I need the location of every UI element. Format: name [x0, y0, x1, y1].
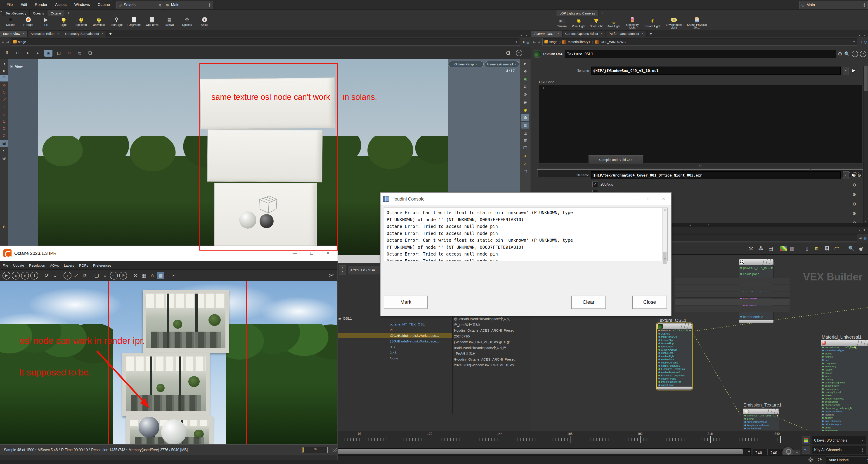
param-value[interactable]: @G:/BaiduNetdiskWorkspace... [390, 339, 439, 343]
node-param[interactable]: output_type [657, 383, 692, 386]
ipr-menu-item[interactable]: File [0, 263, 11, 267]
shape-palette-icon[interactable]: ▩ [787, 245, 797, 252]
menu-item[interactable]: Render [31, 0, 51, 9]
node-param[interactable]: coatingNormal [821, 391, 868, 394]
color-palette-icon[interactable] [780, 246, 786, 251]
auto-update-selector[interactable]: Auto Update▲▼ [826, 456, 868, 464]
node-param[interactable]: medium [821, 413, 868, 416]
ipr-render-image[interactable]: osl node can work in render ipr. It supp… [0, 281, 337, 444]
tab-performance-monitor[interactable]: Performance Monitor✕ [606, 30, 647, 37]
display-planes-icon[interactable]: ❖ [521, 68, 529, 75]
snap-point-icon[interactable]: Ω [0, 125, 8, 132]
path-dropdown-icon[interactable]: ▼ [515, 40, 518, 43]
pin-icon[interactable]: ⇥ [522, 40, 525, 44]
settings-box-icon[interactable]: ❏ [86, 50, 94, 57]
tree-view-icon[interactable]: 🖧 [756, 245, 765, 252]
filename-dropdown-icon[interactable]: ▼ [843, 67, 849, 75]
gear-icon[interactable]: ⚙ [852, 211, 856, 216]
headlight-off-icon[interactable]: ⊘ [521, 91, 529, 98]
background-image-icon[interactable]: 🗔 [521, 145, 529, 152]
console-log[interactable]: Octane Error: Can't write float to stati… [384, 208, 668, 261]
close-icon[interactable]: ✕ [642, 32, 644, 35]
home-icon[interactable]: ⌂ [149, 272, 156, 279]
menu-item[interactable]: Windows [70, 0, 94, 9]
tab-scene-view[interactable]: Scene View✕ [0, 30, 28, 37]
node-param[interactable]: enableFurniture1 [657, 364, 692, 367]
output-pin[interactable] [689, 330, 691, 331]
close-icon[interactable]: ✕ [22, 32, 25, 35]
node-param[interactable]: power [743, 417, 779, 420]
picker-tools-icon[interactable]: ✂ [329, 272, 334, 279]
compile-build-gui-button[interactable]: Compile and Build GUI [588, 155, 644, 164]
node-material-universal1[interactable]: transmissiontransmissionTypealbedometall… [821, 340, 868, 431]
shelf-tool-toonlight[interactable]: ⚲ToonLight [107, 17, 125, 26]
output-pin[interactable] [777, 415, 778, 416]
code-resize-handle[interactable]: ⣿⣿ [539, 164, 862, 168]
pane-menu-icon[interactable]: ▼ [863, 228, 866, 232]
lamp-icon[interactable]: ◭ [0, 223, 8, 230]
shelf-tab-octane[interactable]: Octane [47, 10, 64, 16]
denoise-icon[interactable]: ▩ [157, 272, 164, 279]
select-tool-icon[interactable]: ➤ [0, 67, 8, 74]
shelf-tab-test-geometry[interactable]: Test Geometry [2, 10, 30, 16]
sticky-note-icon[interactable]: 🗈 [812, 245, 822, 252]
pin-icon[interactable]: ⇥ [859, 236, 862, 240]
node-param[interactable]: zUpAxis [657, 332, 692, 335]
shelf-tab-lop-lights[interactable]: LOP Lights and Cameras [556, 10, 598, 16]
list-view-icon[interactable]: ▤ [766, 245, 775, 252]
node-param[interactable]: coatingIndex [821, 384, 868, 387]
zoom-region-icon[interactable]: ◫ [55, 50, 63, 57]
key-all-channels-field[interactable]: Key All Channels▲▼ [811, 446, 866, 454]
close-icon[interactable]: ✕ [661, 196, 665, 202]
node-param[interactable]: roughness [821, 362, 868, 365]
timeline-ruler[interactable] [337, 436, 782, 443]
node-param[interactable]: enableBack [657, 358, 692, 361]
ipr-menu-item[interactable]: Preferences [91, 263, 114, 267]
pane-maximize-icon[interactable]: ▪ [859, 228, 860, 232]
node-param[interactable]: coatingRoughness [821, 381, 868, 384]
console-scrollbar[interactable]: ∧ ∨ [662, 208, 668, 261]
forward-icon[interactable]: ➡ [6, 40, 9, 44]
gear-icon[interactable]: ⚙ [852, 201, 856, 207]
pause-icon[interactable]: ∥ [30, 271, 38, 280]
node-param[interactable]: refractionAlpha [821, 423, 868, 426]
ipr-menu-item[interactable]: ROPs [76, 263, 91, 267]
node-param[interactable]: Furniture1_DepthPos [657, 367, 692, 371]
node-param[interactable]: dispersionMode [821, 410, 868, 413]
expand-icon[interactable]: ▶ [521, 60, 529, 67]
skip-end-icon[interactable]: » [21, 271, 29, 280]
exr-filename-field[interactable]: $HIP/tex/Archmats04_Cover_001_Office_Nig… [591, 171, 841, 179]
contrast-icon[interactable]: ◐ [64, 271, 71, 280]
snapshot-frame-icon[interactable]: ▣ [521, 76, 529, 82]
shelf-tool-livedb[interactable]: ≣LiveDB [160, 17, 178, 26]
power-icon[interactable]: ◒ [52, 272, 59, 279]
shelf-tool-spectron[interactable]: SSpectron [72, 17, 90, 26]
close-icon[interactable]: ✕ [326, 251, 330, 256]
node-param[interactable]: enableRight [657, 355, 692, 358]
node-param[interactable]: index [821, 375, 868, 378]
breadcrumb[interactable]: stage❯ materiallibrary1❯ OSL_WINDOWS ▼ [542, 38, 857, 46]
node-emission-texture1[interactable]: efficiency_...powersurfaceBrightnesskeep… [743, 408, 779, 430]
shelf-tool-ipr[interactable]: ▶IPR [37, 17, 55, 26]
desktop-selector[interactable]: ⊞ Solaris ▲▼ [117, 1, 163, 9]
lop-tool-point-light[interactable]: ✺Point Light [570, 18, 587, 28]
tab-animation-editor[interactable]: Animation Editor✕ [28, 30, 62, 37]
split-layout-icon[interactable]: ▥ [521, 137, 529, 144]
gear-icon[interactable]: ⚙ [852, 182, 856, 187]
skip-start-icon[interactable]: « [12, 271, 20, 280]
zupaxis-checkbox[interactable]: ✓ [592, 181, 598, 187]
stow-grid-icon[interactable]: ⠿ [3, 50, 11, 57]
shelf-collapse-arrow[interactable]: ▲ [0, 10, 2, 30]
lop-tool-geometry-light[interactable]: Geometry Light [623, 17, 642, 29]
maximize-icon[interactable]: □ [647, 196, 650, 202]
close-icon[interactable]: ✕ [101, 32, 103, 35]
scene-lights-icon[interactable]: ◉ [521, 106, 529, 113]
help-icon[interactable]: ? [516, 50, 522, 56]
node-param[interactable]: colorSpace [739, 271, 774, 277]
node-param[interactable]: doubleSided [743, 427, 779, 430]
node-param[interactable]: enableCurtains [657, 361, 692, 364]
close-icon[interactable]: ✕ [57, 32, 59, 35]
node-param[interactable]: opacity [821, 416, 868, 419]
right-scrollbar[interactable]: ▼ [863, 66, 868, 223]
node-name-field[interactable]: Texture_OSL1 [565, 50, 836, 58]
